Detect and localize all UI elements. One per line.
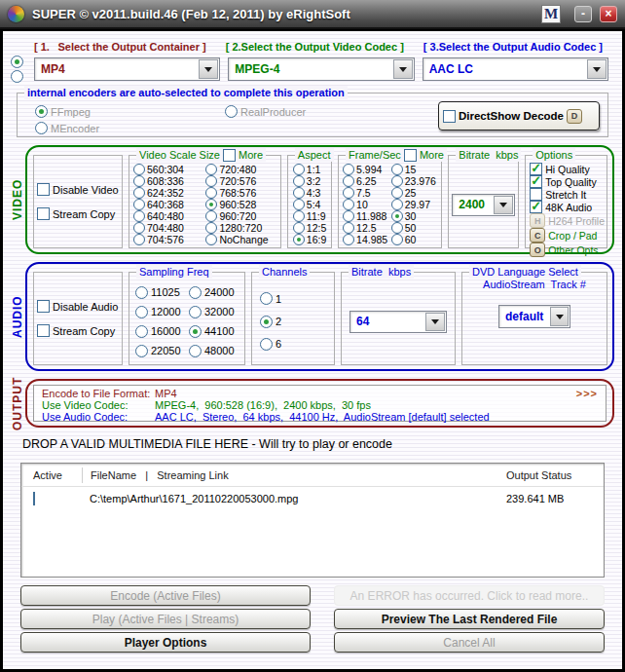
scale-radio-option[interactable]: 608:336 [133, 175, 205, 187]
title-bar[interactable]: SUPER © v2011.build.46 (Feb 12, 2011) by… [0, 0, 625, 29]
preview-last-rendered-button[interactable]: Preview The Last Rendered File [334, 609, 605, 629]
fps-radio-option[interactable]: 60 [391, 234, 440, 245]
scale-radio-option[interactable]: 704:480 [133, 222, 205, 234]
scale-radio-option[interactable]: 960:720 [205, 210, 277, 222]
fps-radio-option[interactable]: 6.25 [343, 175, 391, 187]
file-list[interactable]: Active FileName | Streaming Link Output … [20, 463, 605, 578]
directshow-checkbox[interactable] [443, 110, 456, 123]
fps-radio-option[interactable]: 10 [343, 199, 391, 210]
directshow-decode-button[interactable]: DirectShow Decode D [438, 101, 600, 131]
scale-radio-option[interactable]: 1280:720 [205, 222, 277, 234]
scale-radio-option[interactable]: 640:480 [133, 210, 205, 222]
video-bitrate-dropdown-button[interactable] [494, 196, 513, 214]
audio-codec-select[interactable]: AAC LC [423, 57, 608, 81]
sampling-radio-option[interactable]: 48000 [189, 345, 242, 357]
scale-radio-option[interactable]: 720:480 [205, 164, 277, 175]
aspect-radio-option[interactable]: 16:9 [293, 234, 329, 245]
encoder-radio-option[interactable]: MEncoder [35, 120, 225, 136]
close-button[interactable]: × [600, 6, 617, 22]
channel-radio-option[interactable]: 6 [260, 338, 332, 351]
fps-radio-option[interactable]: 11.988 [343, 210, 391, 222]
framerate-more-checkbox[interactable] [404, 149, 417, 162]
fps-radio-option[interactable]: 23.976 [391, 175, 440, 187]
aspect-radio-option[interactable]: 1:1 [293, 164, 329, 175]
m-menu-button[interactable]: M [541, 5, 561, 23]
fps-radio-option[interactable]: 30 [391, 210, 440, 222]
scale-radio-option[interactable]: 624:352 [133, 187, 205, 199]
file-row[interactable]: C:\temp\Arthur\1671_20110220053000.mpg 2… [21, 487, 604, 510]
encoder-radio-option[interactable]: RealProducer [225, 103, 356, 120]
error-message-button[interactable]: An ERROR has occurred. Click to read mor… [334, 585, 605, 606]
radio-icon [391, 164, 403, 175]
play-button[interactable]: Play (Active Files | Streams) [20, 609, 311, 629]
video-bitrate-select[interactable]: 2400 [452, 194, 515, 216]
video-codec-dropdown-button[interactable] [393, 59, 413, 79]
option-mini-button[interactable]: O [530, 243, 545, 257]
directshow-d-button[interactable]: D [567, 109, 582, 124]
fps-radio-option[interactable]: 12.5 [343, 222, 391, 234]
video-scale-more-checkbox[interactable] [223, 149, 236, 162]
aspect-radio-option[interactable]: 3:2 [293, 175, 329, 187]
aspect-radio-option[interactable]: 11:9 [293, 210, 329, 222]
scale-radio-option[interactable]: 960:528 [205, 199, 277, 210]
audio-toggle-checkbox[interactable]: Disable Audio [37, 300, 119, 313]
video-option-button-row[interactable]: O Other Opts [530, 243, 605, 257]
scale-radio-option[interactable]: 640:368 [133, 199, 205, 210]
encode-button[interactable]: Encode (Active Files) [20, 585, 311, 606]
sampling-radio-option[interactable]: 12000 [135, 306, 189, 318]
cancel-all-button[interactable]: Cancel All [334, 632, 605, 653]
audio-bitrate-select[interactable]: 64 [349, 311, 447, 333]
sampling-radio-option[interactable]: 22050 [135, 345, 189, 357]
radio-icon [343, 199, 354, 210]
fps-radio-option[interactable]: 29.97 [391, 199, 440, 210]
minimize-button[interactable]: - [574, 6, 592, 22]
audio-toggle-checkbox[interactable]: Stream Copy [37, 324, 119, 337]
container-select[interactable]: MP4 [34, 57, 220, 81]
video-toggle-checkbox[interactable]: Stream Copy [37, 207, 119, 220]
aspect-radio-option[interactable]: 5:4 [293, 199, 329, 210]
player-options-button[interactable]: Player Options [20, 632, 311, 653]
scale-radio-option[interactable]: 704:576 [133, 234, 205, 245]
sampling-radio-option[interactable]: 32000 [189, 306, 242, 318]
file-active-checkbox[interactable] [33, 492, 35, 505]
chevron-down-icon [556, 315, 564, 319]
dvd-track-select[interactable]: default [498, 305, 570, 328]
video-option-checkbox[interactable]: 48K Audio [530, 201, 605, 213]
audio-codec-dropdown-button[interactable] [587, 59, 607, 79]
option-mini-button[interactable]: C [530, 228, 545, 243]
scale-radio-option[interactable]: NoChange [205, 234, 277, 245]
sampling-radio-option[interactable]: 11025 [135, 286, 189, 299]
fps-radio-option[interactable]: 5.994 [343, 164, 391, 175]
mode-radio-bottom[interactable] [11, 70, 23, 83]
output-audio-row: Use Audio Codec: AAC LC, Stereo, 64 kbps… [42, 411, 598, 423]
scale-radio-option[interactable]: 560:304 [133, 164, 205, 175]
video-option-button-row[interactable]: C Crop / Pad [530, 228, 605, 243]
video-scale-options: 560:304 608:336 624:352 [133, 164, 278, 245]
video-option-checkbox[interactable]: Top Quality [530, 175, 605, 188]
fps-radio-option[interactable]: 15 [391, 164, 440, 175]
aspect-radio-option[interactable]: 4:3 [293, 187, 329, 199]
fps-radio-option[interactable]: 7.5 [343, 187, 391, 199]
scale-radio-option[interactable]: 768:576 [205, 187, 277, 199]
container-dropdown-button[interactable] [199, 59, 218, 79]
mode-radio-top[interactable] [11, 56, 23, 68]
encoder-radio-option[interactable]: FFmpeg [35, 103, 225, 120]
sampling-radio-option[interactable]: 44100 [189, 325, 242, 338]
channel-radio-option[interactable]: 1 [260, 292, 332, 305]
video-codec-select[interactable]: MPEG-4 [228, 57, 414, 81]
channel-radio-option[interactable]: 2 [260, 316, 332, 328]
sampling-radio-option[interactable]: 24000 [189, 286, 242, 299]
app-window: SUPER © v2011.build.46 (Feb 12, 2011) by… [0, 0, 625, 672]
aspect-radio-option[interactable]: 12:5 [293, 222, 329, 234]
fps-radio-option[interactable]: 50 [391, 222, 440, 234]
video-option-button-row[interactable]: H H264 Profile [530, 213, 605, 228]
fps-radio-option[interactable]: 14.985 [343, 234, 391, 245]
output-more-arrows[interactable]: >>> [576, 388, 598, 399]
audio-bitrate-dropdown-button[interactable] [425, 313, 445, 331]
scale-radio-option[interactable]: 720:576 [205, 175, 277, 187]
dvd-track-dropdown-button[interactable] [550, 307, 569, 326]
video-toggle-checkbox[interactable]: Disable Video [37, 183, 119, 196]
option-mini-button[interactable]: H [530, 213, 545, 228]
sampling-radio-option[interactable]: 16000 [135, 325, 189, 338]
fps-radio-option[interactable]: 25 [391, 187, 440, 199]
